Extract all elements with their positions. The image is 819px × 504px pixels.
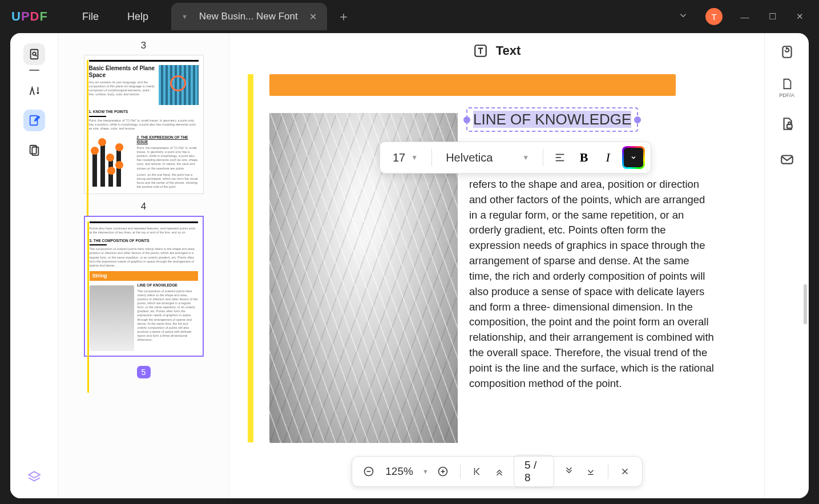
workspace: 3 Basic Elements of Plane Space Any art … xyxy=(10,33,809,498)
window-close-icon[interactable]: ✕ xyxy=(794,11,805,22)
font-family-combo[interactable]: Helvetica ▼ xyxy=(439,149,536,167)
tab-dropdown-icon[interactable]: ▼ xyxy=(181,13,188,20)
last-page-button[interactable] xyxy=(583,463,599,480)
page-indicator[interactable]: 5 / 8 xyxy=(514,455,554,488)
thumbnail-page-4[interactable]: Basic Elements of Plane Space Any art co… xyxy=(84,55,204,194)
window-minimize-icon[interactable]: — xyxy=(740,12,750,22)
edit-mode-label: Text xyxy=(496,43,521,58)
next-page-button[interactable] xyxy=(561,463,576,480)
tab-strip: ▼ New Busin... New Font ✕ ＋ xyxy=(171,0,350,33)
app-logo: UPDF xyxy=(11,9,48,24)
toolbar-divider xyxy=(431,149,432,166)
pager-divider xyxy=(460,464,461,479)
document-tab[interactable]: ▼ New Busin... New Font ✕ xyxy=(171,3,327,30)
mail-icon[interactable] xyxy=(777,150,797,169)
page-yellow-stripe xyxy=(248,74,253,442)
edit-mode-header: Text xyxy=(229,43,764,58)
close-pager-button[interactable] xyxy=(618,463,633,480)
canvas: Text LINE OF KNOWLEDGE 17 ▼ Helvetica xyxy=(229,33,764,498)
window-controls: T — ☐ ✕ xyxy=(678,8,819,25)
thumb-number-3: 3 xyxy=(141,40,146,51)
svg-line-2 xyxy=(35,55,37,57)
font-size-combo[interactable]: 17 ▼ xyxy=(386,149,425,167)
text-color-button[interactable] xyxy=(622,146,645,169)
organize-tool-icon[interactable] xyxy=(23,139,45,161)
chevron-down-icon[interactable] xyxy=(678,10,688,23)
pdfa-label: PDF/A xyxy=(779,92,794,98)
thumb-4-title: Basic Elements of Plane Space xyxy=(89,65,155,79)
page-body-text[interactable]: refers to the shape and area, position o… xyxy=(469,177,715,391)
zoom-dropdown-icon[interactable]: ▼ xyxy=(422,468,429,475)
align-left-icon[interactable] xyxy=(550,148,570,167)
zoom-level[interactable]: 125% xyxy=(383,465,415,478)
font-size-value: 17 xyxy=(393,151,405,164)
chevron-down-icon: ▼ xyxy=(522,154,529,162)
selection-handle-left[interactable] xyxy=(463,116,470,123)
thumbnail-page-5[interactable]: Points also have continued and repeated … xyxy=(84,216,204,357)
selected-text-content: LINE OF KNOWLEDGE xyxy=(473,111,631,128)
bold-button[interactable]: B xyxy=(574,148,594,167)
menu-file[interactable]: File xyxy=(82,11,99,23)
svg-point-3 xyxy=(37,92,38,94)
zoom-in-button[interactable] xyxy=(435,463,451,480)
comment-tool-icon[interactable] xyxy=(23,80,45,102)
italic-button[interactable]: I xyxy=(598,148,618,167)
window-maximize-icon[interactable]: ☐ xyxy=(767,11,777,22)
toolbar-divider xyxy=(543,149,543,166)
menu-help[interactable]: Help xyxy=(127,11,148,23)
thumb-4-sec1: 1. KNOW THE POINTS xyxy=(89,110,199,114)
new-tab-button[interactable]: ＋ xyxy=(337,8,350,25)
thumb-5-orange: String xyxy=(90,271,198,281)
zoom-out-button[interactable] xyxy=(361,463,376,480)
text-format-toolbar: 17 ▼ Helvetica ▼ B I xyxy=(380,142,651,174)
tab-close-icon[interactable]: ✕ xyxy=(309,11,317,22)
svg-rect-23 xyxy=(781,156,793,164)
menu-bar: File Help xyxy=(82,11,148,23)
prev-page-button[interactable] xyxy=(491,463,507,480)
convert-icon[interactable] xyxy=(777,42,797,62)
text-mode-icon xyxy=(473,43,488,58)
pdfa-icon[interactable] xyxy=(777,78,797,90)
titlebar: UPDF File Help ▼ New Busin... New Font ✕… xyxy=(0,0,819,33)
selected-text-box[interactable]: LINE OF KNOWLEDGE xyxy=(466,107,638,132)
svg-rect-0 xyxy=(30,50,38,59)
svg-marker-7 xyxy=(29,471,40,478)
selection-handle-right[interactable] xyxy=(634,116,641,123)
page-orange-header xyxy=(269,74,676,96)
first-page-button[interactable] xyxy=(469,463,485,480)
rail-separator xyxy=(29,70,39,71)
left-tool-rail xyxy=(10,33,58,498)
thumbnails-panel: 3 Basic Elements of Plane Space Any art … xyxy=(58,33,229,498)
edit-tool-icon[interactable] xyxy=(23,110,45,131)
thumb-badge-5: 5 xyxy=(137,366,151,378)
thumb-number-4: 4 xyxy=(141,201,146,212)
font-family-value: Helvetica xyxy=(446,151,493,164)
right-rail: PDF/A xyxy=(764,33,809,498)
tab-label: New Busin... New Font xyxy=(199,11,298,22)
protect-icon[interactable] xyxy=(777,114,797,134)
pager-divider xyxy=(608,464,608,479)
layers-tool-icon[interactable] xyxy=(23,466,45,488)
thumb-5-sec: 3. THE COMPOSITION OF POINTS xyxy=(90,239,198,243)
thumb-4-sec2: 2. THE EXPRESSION OF THE ISSUE xyxy=(137,135,199,144)
thumb-5-sub: LINE OF KNOWLEDGE xyxy=(138,283,198,288)
bottom-pager: 125% ▼ 5 / 8 xyxy=(351,456,642,487)
user-avatar[interactable]: T xyxy=(705,8,723,25)
chevron-down-icon: ▼ xyxy=(411,154,418,162)
reader-tool-icon[interactable] xyxy=(23,43,45,65)
scrollbar-thumb[interactable] xyxy=(804,284,807,324)
svg-rect-22 xyxy=(787,124,792,128)
